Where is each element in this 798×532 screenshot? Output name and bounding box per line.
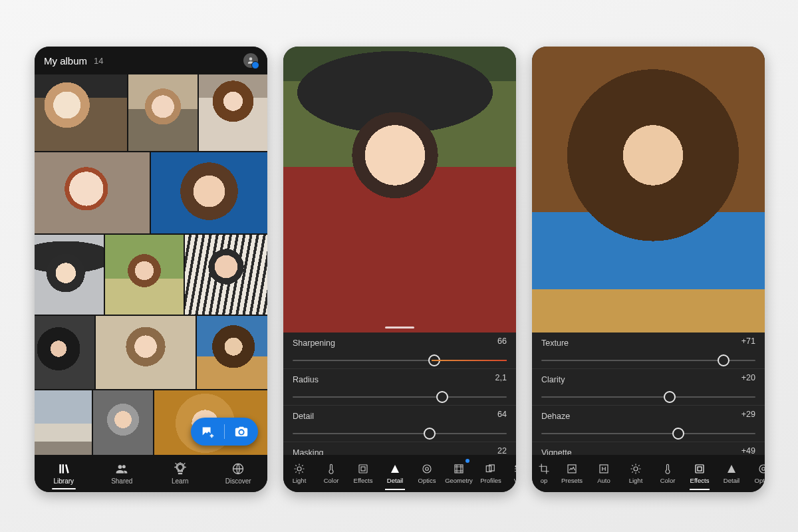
slider-clarity[interactable]: Clarity +20 <box>532 369 765 406</box>
slider-track[interactable] <box>541 396 755 398</box>
image-plus-icon[interactable] <box>200 424 215 439</box>
tool-color[interactable]: Color <box>652 455 684 492</box>
triangle-icon <box>389 463 401 475</box>
slider-knob[interactable] <box>718 354 730 366</box>
slider-track[interactable] <box>541 433 755 434</box>
edit-toolstrip[interactable]: Light Color Effects Detail Optics Geomet… <box>283 455 516 492</box>
profiles-icon <box>485 463 497 475</box>
tool-effects[interactable]: Effects <box>684 455 716 492</box>
slider-label: Clarity <box>541 375 565 384</box>
nav-shared[interactable]: Shared <box>93 455 152 492</box>
triangle-icon <box>726 463 737 475</box>
tool-effects[interactable]: Effects <box>347 455 379 492</box>
editor-preview[interactable] <box>283 47 516 332</box>
photo-thumb[interactable] <box>151 152 267 233</box>
sliders-icon <box>513 463 516 475</box>
crop-icon <box>538 463 550 475</box>
slider-knob[interactable] <box>436 391 448 403</box>
lens-icon <box>421 463 433 475</box>
camera-icon[interactable] <box>234 424 249 439</box>
tool-detail[interactable]: Detail <box>716 455 747 492</box>
slider-knob[interactable] <box>664 391 676 403</box>
edit-toolstrip[interactable]: op Presets Auto Light Color Effects Deta… <box>532 455 765 492</box>
nav-library[interactable]: Library <box>35 455 93 492</box>
photo-thumb[interactable] <box>35 74 127 151</box>
svg-rect-16 <box>698 467 702 471</box>
detail-panel: Sharpening 66 Radius 2,1 Detail 64 Maski… <box>283 332 516 455</box>
tool-optics[interactable]: Optics <box>747 455 765 492</box>
photo-thumb[interactable] <box>35 390 92 464</box>
slider-value: 66 <box>497 336 507 346</box>
tool-label: Profiles <box>480 477 501 484</box>
tool-light[interactable]: Light <box>620 455 652 492</box>
svg-point-4 <box>423 465 431 473</box>
tool-profiles[interactable]: Profiles <box>475 455 507 492</box>
slider-vignette[interactable]: Vignette +49 <box>532 442 765 455</box>
nav-learn[interactable]: Learn <box>151 455 209 492</box>
sun-icon <box>630 463 642 475</box>
photo-thumb[interactable] <box>185 235 267 315</box>
tool-label: Detail <box>387 477 403 484</box>
photo-thumb[interactable] <box>96 316 196 389</box>
editor-preview[interactable] <box>532 47 765 332</box>
photo-thumb[interactable] <box>199 74 267 151</box>
photo-grid[interactable] <box>35 74 267 455</box>
nav-discover[interactable]: Discover <box>209 455 268 492</box>
slider-label: Sharpening <box>293 338 335 348</box>
slider-knob[interactable] <box>424 428 436 440</box>
photo-thumb[interactable] <box>35 235 104 315</box>
svg-point-9 <box>516 466 517 467</box>
slider-track[interactable] <box>293 396 507 398</box>
tool-color[interactable]: Color <box>315 455 347 492</box>
photo-thumb[interactable] <box>35 316 94 389</box>
tool-auto[interactable]: Auto <box>588 455 620 492</box>
phone-editor-detail: Sharpening 66 Radius 2,1 Detail 64 Maski… <box>283 47 516 492</box>
photo-thumb[interactable] <box>105 235 184 315</box>
tool-light[interactable]: Light <box>283 455 315 492</box>
slider-knob[interactable] <box>428 354 440 366</box>
tool-label: Light <box>629 477 643 484</box>
tool-optics[interactable]: Optics <box>411 455 443 492</box>
slider-texture[interactable]: Texture +71 <box>532 332 765 369</box>
slider-dehaze[interactable]: Dehaze +29 <box>532 406 765 442</box>
slider-detail[interactable]: Detail 64 <box>283 406 516 442</box>
slider-radius[interactable]: Radius 2,1 <box>283 369 516 406</box>
photo-thumb[interactable] <box>197 316 267 389</box>
tool-versions[interactable]: Ver <box>507 455 516 492</box>
slider-value: 64 <box>497 410 507 419</box>
slider-label: Detail <box>293 412 314 421</box>
lens-icon <box>757 463 765 475</box>
tool-label: Presets <box>561 477 583 484</box>
add-photo-fab[interactable] <box>191 418 258 446</box>
fab-divider <box>224 424 225 439</box>
badge-dot-icon <box>466 459 469 463</box>
tool-presets[interactable]: Presets <box>556 455 588 492</box>
slider-value: +29 <box>741 410 755 419</box>
tool-label: Effects <box>354 477 373 484</box>
nav-label: Discover <box>225 477 251 485</box>
panel-drag-handle[interactable] <box>385 327 414 329</box>
slider-sharpening[interactable]: Sharpening 66 <box>283 332 516 369</box>
slider-label: Vignette <box>541 448 572 455</box>
tool-label: Effects <box>690 477 710 484</box>
tool-detail[interactable]: Detail <box>379 455 411 492</box>
slider-track[interactable] <box>541 360 755 361</box>
slider-knob[interactable] <box>672 428 684 440</box>
tool-crop[interactable]: op <box>532 455 556 492</box>
people-icon <box>115 462 128 475</box>
bottom-nav: Library Shared Learn Discover <box>35 455 267 492</box>
tool-geometry[interactable]: Geometry <box>443 455 475 492</box>
tool-label: Optics <box>755 477 765 484</box>
slider-value: 2,1 <box>495 373 507 382</box>
effects-panel: Texture +71 Clarity +20 Dehaze +29 Vigne… <box>532 332 765 455</box>
slider-label: Texture <box>541 338 569 348</box>
album-title[interactable]: My album <box>44 55 87 66</box>
slider-track[interactable] <box>293 360 507 361</box>
slider-track[interactable] <box>293 433 507 434</box>
photo-thumb[interactable] <box>35 152 150 233</box>
photo-thumb[interactable] <box>128 74 198 151</box>
slider-masking[interactable]: Masking 22 <box>283 442 516 455</box>
slider-label: Radius <box>293 375 319 384</box>
account-avatar-icon[interactable] <box>243 53 258 68</box>
photo-thumb[interactable] <box>93 390 153 464</box>
